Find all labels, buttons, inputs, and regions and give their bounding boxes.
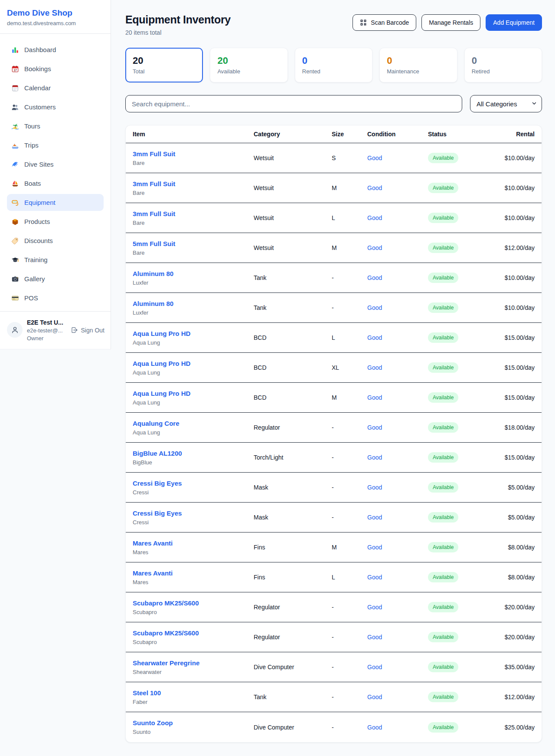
condition-link[interactable]: Good [367,364,382,371]
sidebar-item-boats[interactable]: Boats [7,175,104,192]
item-name-link[interactable]: Aluminum 80 [133,299,173,308]
sidebar-item-customers[interactable]: Customers [7,99,104,115]
condition-link[interactable]: Good [367,304,382,311]
item-name-link[interactable]: Suunto Zoop [133,719,173,727]
condition-link[interactable]: Good [367,184,382,191]
status-cell: Available [428,632,482,642]
condition-link[interactable]: Good [367,244,382,251]
status-badge: Available [428,572,458,582]
sidebar-item-pos[interactable]: POS [7,289,104,306]
column-header-rental: Rental [482,131,535,138]
item-cell: 3mm Full SuitBare [133,210,254,227]
condition-link[interactable]: Good [367,334,382,341]
item-name-link[interactable]: Aqua Lung Pro HD [133,329,190,338]
condition-link[interactable]: Good [367,454,382,461]
add-equipment-button[interactable]: Add Equipment [486,14,542,31]
sidebar-item-trips[interactable]: Trips [7,137,104,154]
item-brand: Bare [133,190,254,197]
sidebar-item-gallery[interactable]: Gallery [7,270,104,287]
item-name-link[interactable]: Aqualung Core [133,419,180,427]
category-cell: Wetsuit [254,184,332,191]
equipment-table: Item Category Size Condition Status Rent… [125,125,542,743]
rental-cell: $8.00/day [482,544,535,551]
category-cell: Fins [254,574,332,581]
item-name-link[interactable]: Shearwater Peregrine [133,659,199,667]
item-cell: BigBlue AL1200BigBlue [133,449,254,466]
sidebar-item-tours[interactable]: Tours [7,118,104,135]
sidebar-item-discounts[interactable]: Discounts [7,232,104,249]
condition-link[interactable]: Good [367,154,382,161]
item-name-link[interactable]: Mares Avanti [133,569,173,577]
size-cell: L [332,574,367,581]
category-cell: Regulator [254,604,332,611]
sidebar-item-training[interactable]: Training [7,251,104,268]
stat-value: 20 [217,55,280,66]
condition-link[interactable]: Good [367,214,382,221]
item-name-link[interactable]: 5mm Full Suit [133,240,175,248]
condition-cell: Good [367,514,428,521]
item-name-link[interactable]: Cressi Big Eyes [133,509,182,517]
item-name-link[interactable]: 3mm Full Suit [133,150,175,158]
category-cell: Regulator [254,424,332,431]
condition-link[interactable]: Good [367,424,382,431]
item-name-link[interactable]: Aqua Lung Pro HD [133,389,190,398]
condition-link[interactable]: Good [367,544,382,551]
manage-rentals-button[interactable]: Manage Rentals [421,14,480,31]
sidebar-item-equipment[interactable]: Equipment [7,194,104,211]
item-name-link[interactable]: Cressi Big Eyes [133,479,182,487]
size-cell: - [332,454,367,461]
search-input[interactable] [125,95,462,112]
item-name-link[interactable]: 3mm Full Suit [133,210,175,218]
stat-card-maintenance[interactable]: 0Maintenance [379,48,457,82]
status-cell: Available [428,392,482,403]
item-name-link[interactable]: Scubapro MK25/S600 [133,599,199,607]
category-cell: Dive Computer [254,724,332,731]
status-badge: Available [428,392,458,403]
sidebar-item-products[interactable]: Products [7,213,104,230]
item-cell: Cressi Big EyesCressi [133,509,254,526]
scan-barcode-button[interactable]: Scan Barcode [353,14,416,31]
condition-link[interactable]: Good [367,664,382,671]
stat-card-retired[interactable]: 0Retired [464,48,542,82]
sidebar-item-dashboard[interactable]: Dashboard [7,41,104,58]
table-row: Aqua Lung Pro HDAqua LungBCDXLGoodAvaila… [126,353,542,383]
condition-link[interactable]: Good [367,514,382,521]
item-cell: Aluminum 80Luxfer [133,270,254,286]
condition-cell: Good [367,214,428,221]
condition-cell: Good [367,544,428,551]
condition-cell: Good [367,454,428,461]
sidebar-item-calendar[interactable]: Calendar [7,79,104,96]
condition-link[interactable]: Good [367,274,382,281]
category-select[interactable]: All Categories [470,95,542,112]
condition-link[interactable]: Good [367,484,382,491]
size-cell: M [332,544,367,551]
condition-link[interactable]: Good [367,574,382,581]
sidebar-item-dive-sites[interactable]: Dive Sites [7,156,104,173]
item-name-link[interactable]: BigBlue AL1200 [133,449,182,457]
condition-cell: Good [367,604,428,611]
sidebar-item-bookings[interactable]: 17Bookings [7,60,104,77]
item-name-link[interactable]: Mares Avanti [133,539,173,547]
sidebar: Demo Dive Shop demo.test.divestreams.com… [0,0,111,349]
item-name-link[interactable]: Aluminum 80 [133,270,173,278]
rental-cell: $10.00/day [482,274,535,281]
rental-cell: $10.00/day [482,184,535,191]
sign-out-button[interactable]: Sign Out [71,326,104,334]
stat-card-available[interactable]: 20Available [210,48,287,82]
condition-link[interactable]: Good [367,634,382,641]
item-name-link[interactable]: 3mm Full Suit [133,180,175,188]
item-name-link[interactable]: Aqua Lung Pro HD [133,359,190,368]
item-brand: Aqua Lung [133,369,254,376]
condition-link[interactable]: Good [367,604,382,611]
stat-card-rented[interactable]: 0Rented [295,48,372,82]
item-name-link[interactable]: Steel 100 [133,689,161,697]
stat-card-total[interactable]: 20Total [125,48,203,82]
category-cell: BCD [254,364,332,371]
item-name-link[interactable]: Scubapro MK25/S600 [133,629,199,637]
condition-link[interactable]: Good [367,724,382,731]
condition-link[interactable]: Good [367,394,382,401]
boats-icon [11,180,19,187]
column-header-status: Status [428,131,482,138]
condition-link[interactable]: Good [367,694,382,700]
status-badge: Available [428,722,458,733]
